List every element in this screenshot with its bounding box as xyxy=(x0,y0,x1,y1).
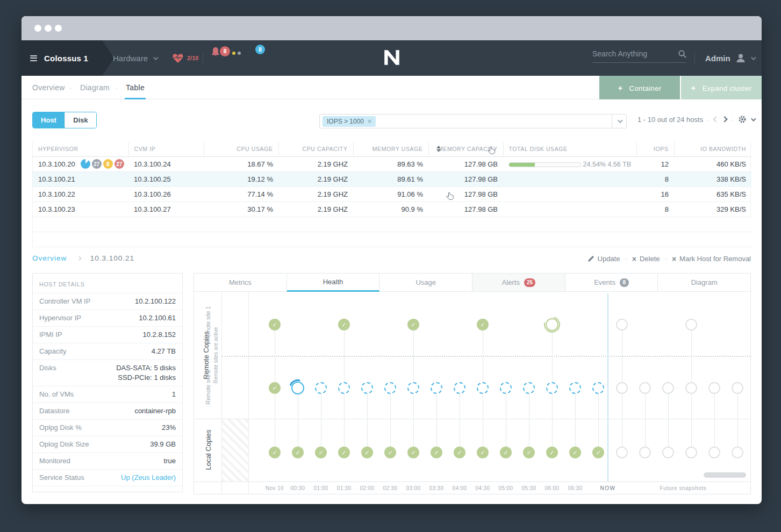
future-snapshot-icon[interactable] xyxy=(616,382,628,394)
snapshot-complete-icon[interactable] xyxy=(454,447,465,458)
table-row[interactable]: 10.3.100.2310.3.100.2730.17 %2.19 GHZ90.… xyxy=(33,202,751,217)
future-snapshot-icon[interactable] xyxy=(685,447,697,458)
prev-page-icon[interactable] xyxy=(713,116,719,122)
snapshot-in-progress-icon[interactable] xyxy=(546,318,558,331)
health-indicator[interactable]: 2/10 xyxy=(172,40,198,76)
future-snapshot-icon[interactable] xyxy=(708,447,720,458)
table-row[interactable]: 10.3.100.2110.3.100.2519.12 %2.19 GHZ89.… xyxy=(33,171,751,186)
snapshot-complete-icon[interactable] xyxy=(546,447,558,458)
user-menu[interactable]: Admin xyxy=(705,40,755,76)
breadcrumb-overview-link[interactable]: Overview xyxy=(32,254,67,262)
filter-chip[interactable]: IOPS > 1000 × xyxy=(323,116,376,127)
snapshot-syncing-icon[interactable] xyxy=(291,382,304,394)
detail-value[interactable]: Up (Zeus Leader) xyxy=(121,473,176,483)
detail-tab-usage[interactable]: Usage xyxy=(379,274,472,292)
detail-tab-alerts[interactable]: Alerts25 xyxy=(472,274,565,292)
detail-tab-health[interactable]: Health xyxy=(287,274,380,292)
column-header[interactable]: CVM IP xyxy=(128,142,204,156)
column-header[interactable]: CPU USAGE xyxy=(204,142,278,156)
future-snapshot-icon[interactable] xyxy=(662,382,674,394)
snapshot-complete-icon[interactable] xyxy=(338,319,350,330)
snapshot-complete-icon[interactable] xyxy=(315,447,327,458)
tab-table[interactable]: Table xyxy=(126,76,145,99)
column-header[interactable]: IO BANDWIDTH xyxy=(674,142,751,156)
add-container-button[interactable]: +Container xyxy=(599,76,680,99)
section-dropdown[interactable]: Hardware xyxy=(113,40,157,76)
tab-overview[interactable]: Overview xyxy=(32,76,65,99)
mark-host-removal-button[interactable]: × Mark Host for Removal xyxy=(672,255,751,263)
snapshot-scheduled-icon[interactable] xyxy=(454,382,465,394)
column-header[interactable]: MEMORY CAPACITY xyxy=(428,142,503,156)
alerts-indicator[interactable]: 8 xyxy=(211,47,220,60)
next-page-icon[interactable] xyxy=(722,116,728,122)
future-snapshot-icon[interactable] xyxy=(616,447,628,458)
snapshot-complete-icon[interactable] xyxy=(569,447,581,458)
snapshot-complete-icon[interactable] xyxy=(431,447,442,458)
filter-input[interactable]: IOPS > 1000 × xyxy=(319,114,627,128)
count-badge[interactable]: 27 xyxy=(114,159,124,169)
snapshot-complete-icon[interactable] xyxy=(292,447,304,458)
snapshot-scheduled-icon[interactable] xyxy=(431,382,442,394)
column-header[interactable]: TOTAL DISK USAGE xyxy=(503,142,636,156)
alert-count-badge[interactable]: 8 xyxy=(220,46,230,56)
snapshot-complete-icon[interactable] xyxy=(361,447,373,458)
future-snapshot-icon[interactable] xyxy=(685,319,697,330)
snapshot-scheduled-icon[interactable] xyxy=(569,382,581,394)
snapshot-scheduled-icon[interactable] xyxy=(338,382,350,394)
detail-tab-events[interactable]: Events8 xyxy=(565,274,658,292)
snapshot-complete-icon[interactable] xyxy=(384,447,396,458)
search-input[interactable] xyxy=(592,49,673,58)
snapshot-complete-icon[interactable] xyxy=(477,319,489,330)
count-badge[interactable]: 8 xyxy=(103,159,113,169)
snapshot-complete-icon[interactable] xyxy=(407,319,419,330)
detail-tab-diagram[interactable]: Diagram xyxy=(658,274,750,292)
snapshot-complete-icon[interactable] xyxy=(269,382,281,394)
snapshot-scheduled-icon[interactable] xyxy=(592,382,604,394)
snapshot-scheduled-icon[interactable] xyxy=(361,382,373,394)
toggle-disk[interactable]: Disk xyxy=(65,112,96,128)
timeline-scrollbar[interactable] xyxy=(704,472,746,478)
snapshot-scheduled-icon[interactable] xyxy=(407,382,419,394)
sort-icon[interactable] xyxy=(436,146,441,152)
menu-icon[interactable] xyxy=(30,54,37,62)
snapshot-complete-icon[interactable] xyxy=(338,447,350,458)
snapshot-complete-icon[interactable] xyxy=(407,447,419,458)
snapshot-complete-icon[interactable] xyxy=(523,447,535,458)
future-snapshot-icon[interactable] xyxy=(732,447,743,458)
future-snapshot-icon[interactable] xyxy=(732,382,743,394)
future-snapshot-icon[interactable] xyxy=(685,382,697,394)
future-snapshot-icon[interactable] xyxy=(639,382,651,394)
snapshot-scheduled-icon[interactable] xyxy=(546,382,558,394)
window-control-icon[interactable] xyxy=(55,25,62,32)
snapshot-scheduled-icon[interactable] xyxy=(477,382,489,394)
gear-icon[interactable] xyxy=(738,115,747,124)
remove-filter-icon[interactable]: × xyxy=(368,118,371,125)
future-snapshot-icon[interactable] xyxy=(708,382,720,394)
toggle-host[interactable]: Host xyxy=(33,112,65,128)
table-row[interactable]: 10.3.100.202782710.3.100.2418.67 %2.19 G… xyxy=(33,156,751,171)
cluster-selector[interactable]: Colossus 1 xyxy=(22,40,124,76)
snapshot-scheduled-icon[interactable] xyxy=(500,382,512,394)
column-header[interactable]: HYPERVISOR xyxy=(33,142,128,156)
filter-dropdown-toggle[interactable] xyxy=(612,114,626,128)
future-snapshot-icon[interactable] xyxy=(616,319,628,330)
vm-pie-badge-icon[interactable] xyxy=(81,159,90,169)
count-badge[interactable]: 27 xyxy=(92,159,102,169)
snapshot-scheduled-icon[interactable] xyxy=(523,382,535,394)
window-control-icon[interactable] xyxy=(45,25,52,32)
column-header[interactable]: CPU CAPACITY xyxy=(278,142,353,156)
table-row[interactable]: 10.3.100.2210.3.100.2677.14 %2.19 GHZ91.… xyxy=(33,186,751,202)
search-icon[interactable] xyxy=(678,50,686,58)
detail-tab-metrics[interactable]: Metrics xyxy=(194,274,287,292)
column-header[interactable]: MEMORY USAGE xyxy=(353,142,428,156)
future-snapshot-icon[interactable] xyxy=(639,447,651,458)
snapshot-scheduled-icon[interactable] xyxy=(384,382,396,394)
tab-diagram[interactable]: Diagram xyxy=(80,76,110,99)
task-count-badge[interactable]: 8 xyxy=(255,45,265,54)
snapshot-complete-icon[interactable] xyxy=(477,447,489,458)
expand-cluster-button[interactable]: +Expand cluster xyxy=(681,76,762,99)
snapshot-complete-icon[interactable] xyxy=(500,447,512,458)
future-snapshot-icon[interactable] xyxy=(662,447,674,458)
window-control-icon[interactable] xyxy=(34,25,41,32)
delete-host-button[interactable]: × Delete xyxy=(632,255,660,263)
